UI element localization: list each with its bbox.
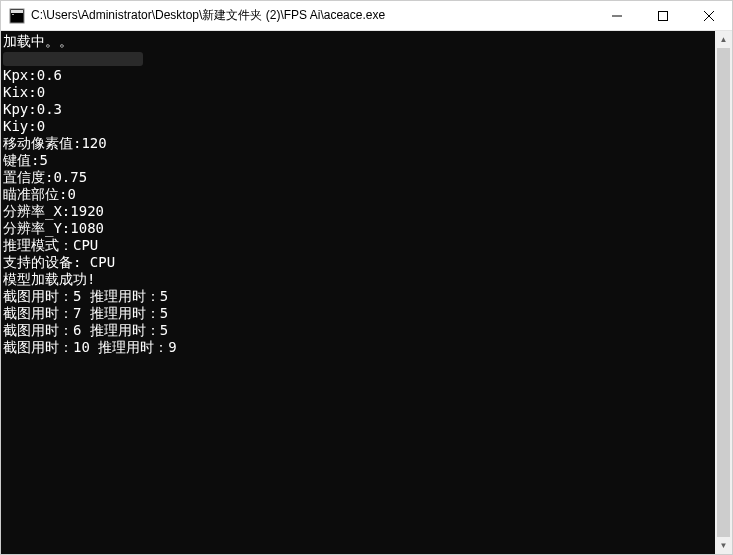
console-line: 模型加载成功! — [3, 271, 713, 288]
close-icon — [704, 11, 714, 21]
scroll-track[interactable] — [715, 48, 732, 537]
console-line: Kiy:0 — [3, 118, 713, 135]
console-line: Kix:0 — [3, 84, 713, 101]
console-line: 瞄准部位:0 — [3, 186, 713, 203]
scroll-down-button[interactable]: ▼ — [715, 537, 732, 554]
console-line: 截图用时：6 推理用时：5 — [3, 322, 713, 339]
console-line: 移动像素值:120 — [3, 135, 713, 152]
close-button[interactable] — [686, 1, 732, 30]
console-line: 支持的设备: CPU — [3, 254, 713, 271]
svg-rect-5 — [659, 11, 668, 20]
console-output[interactable]: 加载中。。Kpx:0.6Kix:0Kpy:0.3Kiy:0移动像素值:120键值… — [1, 31, 715, 554]
console-line: 推理模式：CPU — [3, 237, 713, 254]
console-line: 置信度:0.75 — [3, 169, 713, 186]
vertical-scrollbar[interactable]: ▲ ▼ — [715, 31, 732, 554]
minimize-button[interactable] — [594, 1, 640, 30]
maximize-icon — [658, 11, 668, 21]
console-line: 键值:5 — [3, 152, 713, 169]
console-line: 加载中。。 — [3, 33, 713, 50]
console-line: 截图用时：7 推理用时：5 — [3, 305, 713, 322]
svg-rect-4 — [12, 14, 14, 15]
chevron-up-icon: ▲ — [720, 35, 728, 44]
console-window: C:\Users\Administrator\Desktop\新建文件夹 (2)… — [0, 0, 733, 555]
titlebar[interactable]: C:\Users\Administrator\Desktop\新建文件夹 (2)… — [1, 1, 732, 31]
window-title: C:\Users\Administrator\Desktop\新建文件夹 (2)… — [31, 7, 594, 24]
maximize-button[interactable] — [640, 1, 686, 30]
redacted-text — [3, 52, 143, 66]
console-line: 分辨率_Y:1080 — [3, 220, 713, 237]
app-icon — [9, 8, 25, 24]
console-line: 截图用时：10 推理用时：9 — [3, 339, 713, 356]
window-controls — [594, 1, 732, 30]
console-line: Kpy:0.3 — [3, 101, 713, 118]
scroll-thumb[interactable] — [717, 48, 730, 537]
console-line — [3, 50, 713, 67]
scroll-up-button[interactable]: ▲ — [715, 31, 732, 48]
svg-rect-2 — [11, 10, 23, 13]
minimize-icon — [612, 11, 622, 21]
chevron-down-icon: ▼ — [720, 541, 728, 550]
console-line: 分辨率_X:1920 — [3, 203, 713, 220]
console-line: 截图用时：5 推理用时：5 — [3, 288, 713, 305]
client-area: 加载中。。Kpx:0.6Kix:0Kpy:0.3Kiy:0移动像素值:120键值… — [1, 31, 732, 554]
console-line: Kpx:0.6 — [3, 67, 713, 84]
